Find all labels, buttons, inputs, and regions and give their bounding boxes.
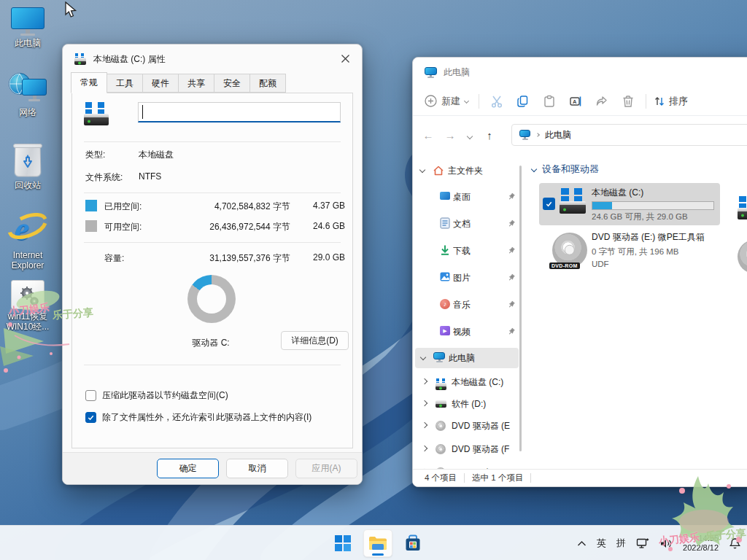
volume-icon[interactable] [659,538,673,549]
breadcrumb-item[interactable]: 此电脑 [545,129,571,141]
sidebar-item-drive-d[interactable]: 软件 (D:) [413,394,522,413]
sidebar-item-home[interactable]: 主文件夹 [413,161,522,180]
share-button[interactable] [589,90,615,113]
chevron-down-icon[interactable] [419,167,425,173]
pin-icon [508,273,516,281]
clock-time: 14:55 [683,534,719,543]
desktop-icon-network[interactable]: 网络 [0,73,55,117]
sidebar-item-downloads[interactable]: 下载 [413,241,522,260]
cancel-button[interactable]: 取消 [226,459,288,478]
sidebar-item-videos[interactable]: ▶ 视频 [413,322,522,341]
status-separator [530,473,531,483]
explorer-titlebar[interactable]: 此电脑 [413,58,747,87]
close-button[interactable] [328,44,362,72]
tab-quota[interactable]: 配额 [249,74,286,93]
taskbar-microsoft-store[interactable] [398,529,427,557]
chevron-down-icon[interactable] [420,354,426,360]
sidebar-item-documents[interactable]: 文档 [413,214,522,233]
sidebar-item-dvd-partial[interactable]: DVD 驱动器 (F:) [413,463,522,469]
chevron-right-icon[interactable] [422,378,427,384]
chevron-down-icon [464,98,469,104]
drive-tile-partial-disk[interactable] [738,196,747,219]
drive-tile-partial-dvd[interactable] [738,240,747,273]
dvd-icon: DVD-ROM [552,233,587,268]
volume-label-input[interactable] [138,102,341,122]
nav-forward-button[interactable]: → [439,129,461,141]
properties-dialog: 本地磁盘 (C:) 属性 常规 工具 硬件 共享 安全 配额 类型: 本地磁盘 … [62,44,363,485]
address-bar[interactable]: 此电脑 [511,124,747,146]
sidebar-item-this-pc[interactable]: 此电脑 [415,348,519,368]
paste-button[interactable] [536,90,562,113]
mouse-cursor [64,1,79,19]
scissors-icon [490,95,503,108]
disk-icon [436,403,446,408]
dialog-footer: 确定 取消 应用(A) [63,452,362,484]
tab-tools[interactable]: 工具 [107,74,143,93]
chevron-right-icon[interactable] [422,400,427,406]
chevron-right-icon[interactable] [422,422,427,428]
desktop-icon-win11-restore[interactable]: win11恢复WIN10经... [0,280,55,332]
nav-back-button[interactable]: ← [417,129,439,141]
explorer-body: 主文件夹 桌面 文档 下载 [413,154,747,469]
compress-checkbox-row[interactable]: 压缩此驱动器以节约磁盘空间(C) [85,389,228,402]
sidebar-item-label: 桌面 [453,191,471,203]
taskbar-file-explorer[interactable] [363,529,392,557]
tab-general[interactable]: 常规 [71,72,107,93]
desktop-icon-label2: WIN10经... [7,322,50,332]
start-button[interactable] [328,529,357,557]
details-button[interactable]: 详细信息(D) [281,331,349,350]
separator [84,192,341,193]
sidebar-item-drive-c[interactable]: 本地磁盘 (C:) [413,373,522,392]
apply-button[interactable]: 应用(A) [295,459,357,478]
tab-hardware[interactable]: 硬件 [142,74,179,93]
close-icon [341,55,349,63]
separator [84,242,341,243]
checkbox-checked[interactable] [85,412,96,423]
nav-up-button[interactable]: ↑ [479,129,500,141]
free-space-swatch [85,220,97,232]
notification-bell-icon[interactable]: z [729,537,741,550]
chevron-right-icon[interactable] [422,446,427,451]
drive-tile-dvd-e[interactable]: DVD-ROM DVD 驱动器 (E:) 微PE工具箱 0 字节 可用, 共 1… [539,230,720,276]
tray-chevron-up-icon[interactable] [577,540,587,547]
free-space-bytes: 26,436,972,544 字节 [209,221,290,233]
ime-pinyin-indicator[interactable]: 拼 [616,537,626,550]
pin-icon [508,300,516,308]
section-devices-and-drives[interactable]: 设备和驱动器 [532,163,599,176]
taskbar-clock[interactable]: 14:55 2022/8/12 [683,534,719,553]
ime-language-indicator[interactable]: 英 [597,537,606,550]
used-space-gb: 4.37 GB [313,201,345,211]
cut-button[interactable] [484,90,510,113]
microsoft-store-icon [404,534,422,552]
this-pc-icon [425,67,437,78]
sidebar-scrollbar[interactable] [519,166,522,451]
selected-checkbox[interactable] [543,198,555,210]
rename-button[interactable]: A [562,90,589,113]
sidebar-item-pictures[interactable]: 图片 [413,268,522,287]
checkbox-unchecked[interactable] [85,390,96,401]
copy-button[interactable] [510,90,536,113]
dialog-titlebar[interactable]: 本地磁盘 (C:) 属性 [63,44,362,74]
desktop-icon-internet-explorer[interactable]: e Internet Explorer [0,209,55,271]
delete-button[interactable] [615,90,641,113]
nav-history-dropdown[interactable] [461,128,479,141]
tab-sharing[interactable]: 共享 [178,74,214,93]
index-checkbox-row[interactable]: 除了文件属性外，还允许索引此驱动器上文件的内容(I) [85,411,311,424]
desktop-icon-recycle-bin[interactable]: 回收站 [0,143,55,190]
share-icon [595,95,608,108]
type-label: 类型: [85,149,105,161]
ok-button[interactable]: 确定 [157,459,219,478]
new-button[interactable]: 新建 [425,95,468,108]
sidebar-item-dvd-f[interactable]: DVD 驱动器 (F [413,440,522,459]
sidebar-item-desktop[interactable]: 桌面 [413,187,522,206]
sidebar-item-dvd-e[interactable]: DVD 驱动器 (E [413,416,522,435]
tab-security[interactable]: 安全 [214,74,250,93]
dvd-icon [436,444,446,454]
sort-button[interactable]: 排序 [654,95,688,108]
network-icon[interactable] [636,537,649,549]
desktop-icon-this-pc[interactable]: 此电脑 [0,7,55,48]
sidebar-item-music[interactable]: ♪ 音乐 [413,295,522,314]
recycle-bin-icon [13,143,42,178]
breadcrumb-chevron-icon [535,133,540,137]
drive-tile-c[interactable]: 本地磁盘 (C:) 24.6 GB 可用, 共 29.0 GB [539,183,720,225]
